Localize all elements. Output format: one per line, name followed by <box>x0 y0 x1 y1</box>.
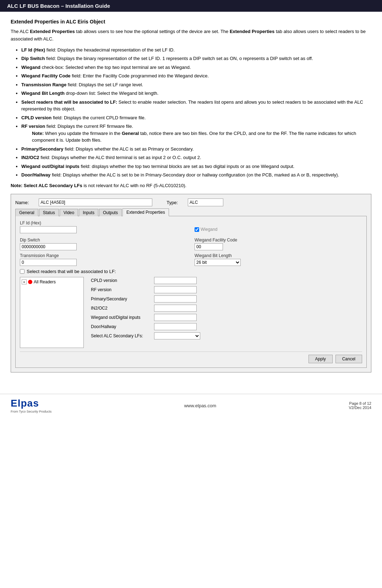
tab-general[interactable]: General <box>15 209 38 216</box>
in2-row: IN2/OC2 <box>91 305 362 312</box>
col-dip: Dip Switch <box>20 238 187 250</box>
note-general-bold: General <box>122 131 139 136</box>
tree-expand-icon[interactable]: + <box>22 279 27 284</box>
bullet-text-8: field: Displays the current CPLD firmwar… <box>53 115 146 120</box>
note-final: Note: Select ALC Secondary LFs is not re… <box>11 182 371 189</box>
tab-extended-properties[interactable]: Extended Properties <box>122 208 169 216</box>
page-title: ALC LF BUS Beacon – Installation Guide <box>7 3 110 9</box>
intro-bold-2: Extended Properties <box>230 29 274 34</box>
row-dip-facility: Dip Switch Wiegand Facility Code <box>20 238 362 250</box>
secondary-lfs-select[interactable] <box>154 332 200 339</box>
version-text: V2/Dec 2014 <box>349 405 371 410</box>
in2-input[interactable] <box>154 305 197 312</box>
page-number: Page 8 of 12 <box>349 401 371 405</box>
tab-inputs[interactable]: Inputs <box>79 209 98 216</box>
elpas-tagline: From Tyco Security Products <box>11 410 51 413</box>
bullet-text-12: field: displays whether the top two term… <box>81 164 294 169</box>
footer-logo-area: Elpas From Tyco Security Products <box>11 398 51 413</box>
wiegand-out-input[interactable] <box>154 314 197 321</box>
bullet-bold-4: Wiegand Facility Code <box>21 73 71 78</box>
transmission-label: Transmission Range <box>20 253 187 258</box>
facility-input[interactable] <box>195 243 223 250</box>
wiegand-out-row: Wiegand out/Digital inputs <box>91 314 362 321</box>
readers-tree: + All Readers <box>20 277 84 348</box>
secondary-lfs-row: Select ALC Secondary LFs: <box>91 332 362 339</box>
bullet-bold-9: RF version <box>21 124 45 129</box>
page-header: ALC LF BUS Beacon – Installation Guide <box>0 0 382 12</box>
select-readers-checkbox[interactable] <box>20 269 24 274</box>
bullet-bold-2: Dip Switch <box>21 56 45 61</box>
list-item: Primary/Secondary field: Displays whethe… <box>21 146 371 153</box>
tab-video[interactable]: Video <box>60 209 78 216</box>
tab-outputs[interactable]: Outputs <box>99 209 122 216</box>
col-facility: Wiegand Facility Code <box>195 238 362 250</box>
intro-bold-1: Extended Properties <box>30 29 75 34</box>
bottom-buttons: Apply Cancel <box>20 352 362 363</box>
primary-row: Primary/Secondary <box>91 295 362 303</box>
facility-label: Wiegand Facility Code <box>195 238 362 243</box>
intro-text-2: tab allows users to see how the optional… <box>76 29 230 34</box>
list-item: RF version field: Displays the current R… <box>21 123 371 144</box>
note-indented: Note: When you update the firmware in th… <box>32 130 371 144</box>
right-fields: CPLD version RF version Primary/Secondar… <box>91 277 362 348</box>
list-item: IN2/OC2 field: Displays whether the ALC … <box>21 154 371 161</box>
bullet-bold-5: Transmission Range <box>21 82 66 87</box>
transmission-input[interactable] <box>20 259 77 266</box>
rf-input[interactable] <box>154 286 197 293</box>
dialog-name-type-row: Name: Type: <box>15 198 367 206</box>
cpld-input[interactable] <box>154 277 197 284</box>
list-item: Transmission Range field: Displays the s… <box>21 81 371 88</box>
tree-red-icon <box>28 280 32 284</box>
wiegand-checkbox-row: Wiegand <box>195 227 362 232</box>
select-readers-label: Select readers that will be associated t… <box>27 269 116 274</box>
list-item: Door/Hallway field: Displays whether the… <box>21 172 371 179</box>
door-input[interactable] <box>154 323 197 330</box>
bullet-bold-3: Wiegand <box>21 65 40 70</box>
note-bold-label: Note: <box>32 131 44 136</box>
bullet-bold-12: Wiegand out/Digital inputs <box>21 164 80 169</box>
rf-label: RF version <box>91 287 151 292</box>
list-item: Wiegand check-box: Selected when the top… <box>21 64 371 71</box>
apply-button[interactable]: Apply <box>309 355 333 363</box>
door-row: Door/Hallway <box>91 323 362 330</box>
all-readers-label: All Readers <box>34 279 56 284</box>
list-item: Select readers that will be associated t… <box>21 99 371 113</box>
bullet-list: LF Id (Hex) field: Displays the hexadeci… <box>11 47 371 179</box>
primary-input[interactable] <box>154 295 197 303</box>
readers-and-fields: + All Readers CPLD version RF version <box>20 277 362 348</box>
bullet-text-1: field: Displays the hexadecimal represen… <box>47 47 175 53</box>
bullet-text-11: field: Displays whether the ALC third te… <box>40 155 201 160</box>
dialog-box: Name: Type: General Status Video Inputs … <box>11 194 371 372</box>
tabs-row: General Status Video Inputs Outputs Exte… <box>15 208 367 216</box>
wiegand-bit-select[interactable]: 26 bit 34 bit <box>195 259 241 266</box>
door-label: Door/Hallway <box>91 324 151 329</box>
note-final-bold: Note: Select ALC Secondary LFs <box>11 183 82 188</box>
bullet-text-2: field: Displays the binary representatio… <box>46 56 313 61</box>
select-readers-row: Select readers that will be associated t… <box>20 269 362 274</box>
footer-website: www.elpas.com <box>184 403 216 408</box>
bullet-text-9: field: Displays the current RF firmware … <box>47 124 133 129</box>
col-wiegand-check: Wiegand <box>195 220 362 235</box>
type-input[interactable] <box>188 198 223 206</box>
name-input[interactable] <box>39 198 152 206</box>
cpld-label: CPLD version <box>91 278 151 283</box>
primary-label: Primary/Secondary <box>91 296 151 301</box>
row-transmission-bit: Transmission Range Wiegand Bit Length 26… <box>20 253 362 266</box>
bullet-text-5: field: Displays the set LF range level. <box>68 82 143 87</box>
intro-text-alc: The ALC <box>11 29 30 34</box>
list-item: Dip Switch field: Displays the binary re… <box>21 55 371 62</box>
list-item: Wiegand out/Digital inputs field: displa… <box>21 163 371 170</box>
bullet-text-3: check-box: Selected when the top two inp… <box>42 65 191 70</box>
footer-page-info: Page 8 of 12 V2/Dec 2014 <box>349 401 371 410</box>
wiegand-label: Wiegand <box>201 227 217 232</box>
in2-label: IN2/OC2 <box>91 306 151 311</box>
wiegand-checkbox[interactable] <box>195 227 199 232</box>
col-transmission: Transmission Range <box>20 253 187 266</box>
tab-status[interactable]: Status <box>39 209 59 216</box>
cancel-button[interactable]: Cancel <box>335 355 362 363</box>
lf-id-input[interactable] <box>20 226 77 233</box>
row-lf-wiegand: LF Id (Hex) Wiegand <box>20 220 362 235</box>
dip-input[interactable] <box>20 243 77 250</box>
website-text: www.elpas.com <box>184 403 216 408</box>
list-item: LF Id (Hex) field: Displays the hexadeci… <box>21 47 371 54</box>
